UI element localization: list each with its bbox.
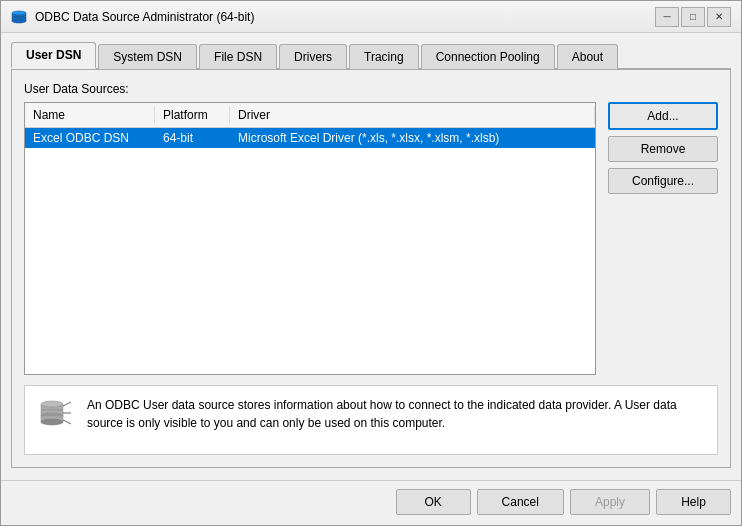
col-header-driver: Driver [230, 106, 595, 124]
maximize-button[interactable]: □ [681, 7, 705, 27]
grid-body: Excel ODBC DSN 64-bit Microsoft Excel Dr… [25, 128, 595, 374]
data-grid: Name Platform Driver Excel ODBC DSN 64-b… [24, 102, 596, 375]
svg-line-12 [63, 420, 71, 424]
cell-driver: Microsoft Excel Driver (*.xls, *.xlsx, *… [230, 128, 595, 148]
remove-button[interactable]: Remove [608, 136, 718, 162]
tab-tracing[interactable]: Tracing [349, 44, 419, 69]
info-box: An ODBC User data source stores informat… [24, 385, 718, 455]
ok-button[interactable]: OK [396, 489, 471, 515]
window-icon [11, 9, 27, 25]
add-button[interactable]: Add... [608, 102, 718, 130]
tab-user-dsn[interactable]: User DSN [11, 42, 96, 69]
tab-about[interactable]: About [557, 44, 618, 69]
tab-system-dsn[interactable]: System DSN [98, 44, 197, 69]
svg-point-3 [12, 19, 26, 23]
col-header-platform: Platform [155, 106, 230, 124]
tabs-bar: User DSN System DSN File DSN Drivers Tra… [11, 41, 731, 70]
title-bar: ODBC Data Source Administrator (64-bit) … [1, 1, 741, 33]
close-button[interactable]: ✕ [707, 7, 731, 27]
svg-point-1 [12, 11, 26, 15]
cell-platform: 64-bit [155, 128, 230, 148]
section-label: User Data Sources: [24, 82, 718, 96]
tab-drivers[interactable]: Drivers [279, 44, 347, 69]
svg-line-10 [63, 402, 71, 406]
info-db-icon [37, 396, 75, 434]
action-buttons: Add... Remove Configure... [608, 102, 718, 375]
configure-button[interactable]: Configure... [608, 168, 718, 194]
bottom-bar: OK Cancel Apply Help [1, 480, 741, 525]
panel-body: Name Platform Driver Excel ODBC DSN 64-b… [24, 102, 718, 375]
svg-point-9 [41, 419, 63, 425]
tab-panel-user-dsn: User Data Sources: Name Platform Driver … [11, 70, 731, 468]
window-title: ODBC Data Source Administrator (64-bit) [35, 10, 254, 24]
title-bar-left: ODBC Data Source Administrator (64-bit) [11, 9, 254, 25]
info-description: An ODBC User data source stores informat… [87, 396, 705, 432]
grid-header: Name Platform Driver [25, 103, 595, 128]
title-bar-buttons: ─ □ ✕ [655, 7, 731, 27]
svg-point-5 [41, 401, 63, 407]
apply-button[interactable]: Apply [570, 489, 650, 515]
main-window: ODBC Data Source Administrator (64-bit) … [0, 0, 742, 526]
table-row[interactable]: Excel ODBC DSN 64-bit Microsoft Excel Dr… [25, 128, 595, 148]
minimize-button[interactable]: ─ [655, 7, 679, 27]
tab-file-dsn[interactable]: File DSN [199, 44, 277, 69]
cell-name: Excel ODBC DSN [25, 128, 155, 148]
help-button[interactable]: Help [656, 489, 731, 515]
content-area: User DSN System DSN File DSN Drivers Tra… [1, 33, 741, 476]
tab-connection-pooling[interactable]: Connection Pooling [421, 44, 555, 69]
cancel-button[interactable]: Cancel [477, 489, 564, 515]
col-header-name: Name [25, 106, 155, 124]
